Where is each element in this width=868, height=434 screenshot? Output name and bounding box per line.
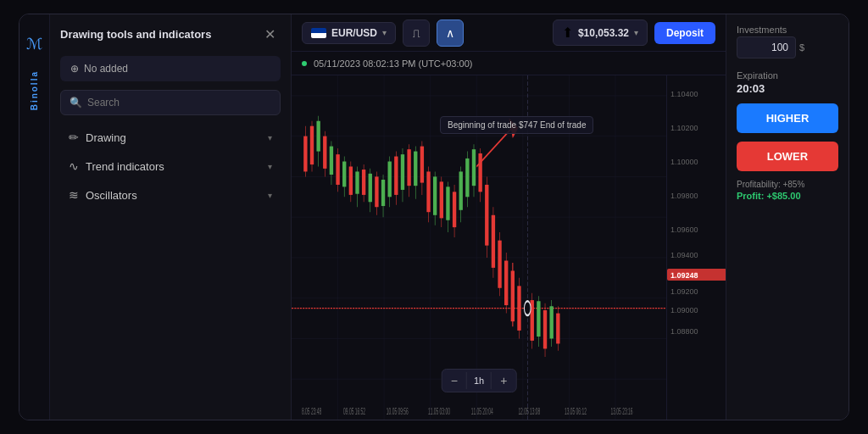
svg-rect-82: [511, 270, 515, 321]
drawing-icon: ✏: [69, 131, 79, 144]
svg-rect-80: [504, 261, 508, 306]
search-box[interactable]: 🔍: [60, 90, 281, 115]
investment-row: $: [737, 36, 838, 58]
svg-rect-56: [426, 171, 430, 212]
profit-value: Profit: +$85.00: [737, 191, 838, 201]
expiration-label: Expiration: [737, 70, 778, 81]
svg-rect-26: [330, 147, 333, 175]
zoom-out-button[interactable]: −: [442, 370, 466, 392]
expiration-section: Expiration 20:03: [737, 67, 838, 95]
investments-label: Investments: [737, 25, 838, 35]
status-dot: [302, 61, 307, 66]
chart-type-button[interactable]: ⎍: [403, 19, 430, 47]
indicator-button[interactable]: ∧: [437, 19, 464, 47]
svg-line-96: [476, 126, 514, 167]
drawing-label: Drawing: [86, 131, 126, 144]
svg-rect-18: [303, 136, 307, 172]
balance-amount: $10,053.32: [578, 27, 629, 39]
balance-dropdown-arrow: ▾: [634, 28, 638, 37]
status-timestamp: 05/11/2023 08:02:13 PM (UTC+03:00): [314, 58, 472, 69]
svg-text:1.09200: 1.09200: [670, 287, 698, 296]
oscillator-chevron: ▾: [268, 191, 272, 200]
currency-label: $: [799, 42, 804, 53]
zoom-in-button[interactable]: +: [492, 370, 515, 392]
svg-rect-90: [543, 310, 547, 348]
svg-point-95: [524, 301, 531, 315]
investments-section: Investments $: [737, 25, 838, 58]
svg-text:1.09800: 1.09800: [670, 192, 698, 200]
svg-rect-40: [375, 176, 378, 207]
svg-text:1.08800: 1.08800: [670, 327, 698, 336]
lower-button[interactable]: LOWER: [737, 142, 838, 171]
profitability-label: Profitability: +85%: [737, 180, 838, 189]
brand-icon: ℳ: [26, 35, 42, 53]
svg-rect-62: [446, 186, 449, 220]
svg-rect-20: [310, 126, 314, 164]
trend-icon: ∿: [69, 159, 79, 173]
svg-rect-24: [323, 136, 326, 169]
svg-text:13.05 06:12: 13.05 06:12: [565, 406, 587, 417]
svg-rect-72: [478, 153, 481, 192]
svg-text:10.05 09:56: 10.05 09:56: [387, 406, 409, 417]
svg-text:13.05 23:16: 13.05 23:16: [611, 406, 633, 417]
zoom-level: 1h: [466, 372, 492, 389]
svg-text:1.09600: 1.09600: [670, 225, 698, 234]
drawing-tools-panel: Drawing tools and indicators ✕ ⊕ No adde…: [50, 14, 292, 420]
search-input[interactable]: [87, 97, 271, 108]
status-bar: 05/11/2023 08:02:13 PM (UTC+03:00): [292, 52, 726, 75]
toolbar-right: ⬆ $10,053.32 ▾ Deposit: [553, 19, 715, 46]
main-area: EUR/USD ▾ ⎍ ∧ ⬆ $10,053.32 ▾ Deposit: [292, 14, 726, 420]
expiration-value: 20:03: [737, 82, 838, 95]
svg-text:1.10000: 1.10000: [670, 158, 698, 166]
investment-input[interactable]: [737, 36, 796, 58]
category-trend[interactable]: ∿ Trend indicators ▾: [60, 153, 281, 180]
svg-rect-30: [342, 162, 346, 187]
no-added-label: No added: [84, 63, 128, 75]
svg-rect-78: [498, 241, 501, 288]
category-oscillators[interactable]: ≋ Oscillators ▾: [60, 181, 281, 209]
svg-rect-76: [492, 215, 495, 268]
svg-rect-36: [362, 170, 365, 195]
eur-usd-flag: [311, 28, 326, 38]
svg-rect-44: [388, 162, 392, 198]
close-panel-button[interactable]: ✕: [259, 25, 281, 44]
svg-text:11.05 20:04: 11.05 20:04: [471, 406, 493, 417]
svg-rect-34: [355, 171, 359, 193]
svg-rect-68: [465, 159, 469, 197]
oscillator-label: Oscillators: [86, 189, 137, 202]
svg-rect-38: [369, 174, 372, 202]
svg-rect-92: [549, 306, 553, 338]
trade-panel: Investments $ Expiration 20:03 HIGHER LO…: [726, 14, 849, 420]
category-drawing[interactable]: ✏ Drawing ▾: [60, 124, 281, 151]
deposit-button[interactable]: Deposit: [654, 22, 715, 44]
svg-rect-66: [459, 171, 463, 209]
brand-sidebar: ℳ Binolla: [19, 14, 50, 420]
asset-selector[interactable]: EUR/USD ▾: [302, 22, 396, 44]
svg-text:1.10400: 1.10400: [670, 90, 698, 98]
no-added-button[interactable]: ⊕ No added: [60, 56, 281, 81]
tool-categories: ✏ Drawing ▾ ∿ Trend indicators ▾ ≋ Oscil…: [60, 124, 281, 209]
toolbar-left: EUR/USD ▾ ⎍ ∧: [302, 19, 464, 47]
svg-rect-60: [440, 181, 443, 218]
zoom-controls: − 1h +: [442, 369, 517, 392]
search-icon: 🔍: [70, 97, 82, 108]
higher-button[interactable]: HIGHER: [737, 103, 838, 133]
trend-chevron: ▾: [268, 162, 272, 171]
svg-text:12.05 13:08: 12.05 13:08: [518, 406, 540, 417]
svg-rect-28: [336, 154, 339, 185]
svg-rect-22: [316, 121, 320, 152]
svg-text:1.09400: 1.09400: [670, 251, 698, 259]
no-added-icon: ⊕: [70, 63, 79, 75]
svg-rect-58: [433, 176, 437, 214]
svg-rect-88: [537, 301, 540, 337]
balance-selector[interactable]: ⬆ $10,053.32 ▾: [553, 19, 648, 46]
chart-container: 8.05 23:48 09.05 16:52 10.05 09:56 11.05…: [292, 75, 726, 420]
svg-text:09.05 16:52: 09.05 16:52: [343, 406, 365, 417]
svg-marker-97: [509, 118, 518, 138]
svg-text:11.05 03:00: 11.05 03:00: [428, 406, 450, 417]
svg-rect-50: [407, 149, 410, 186]
chart-type-icon: ⎍: [413, 26, 420, 40]
svg-rect-52: [414, 152, 417, 186]
svg-rect-32: [349, 166, 353, 194]
chart-main[interactable]: 8.05 23:48 09.05 16:52 10.05 09:56 11.05…: [292, 75, 666, 420]
